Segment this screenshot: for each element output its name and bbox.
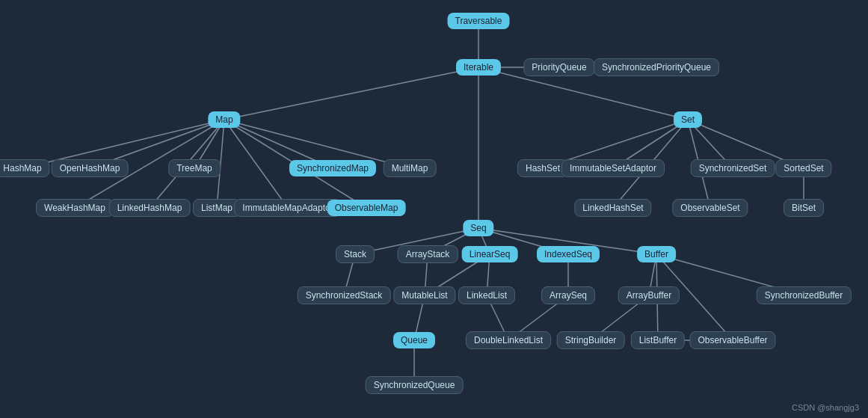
node-synchronizedpriorityqueue: SynchronizedPriorityQueue (594, 58, 719, 76)
node-linkedhashmap: LinkedHashMap (109, 199, 191, 217)
node-map: Map (208, 111, 240, 128)
node-linearseq: LinearSeq (462, 246, 518, 262)
node-synchronizedbuffer: SynchronizedBuffer (757, 286, 852, 304)
node-stringbuilder: StringBuilder (557, 331, 625, 349)
svg-line-3 (224, 67, 478, 120)
node-doublelinkedlist: DoubleLinkedList (466, 331, 551, 349)
node-arraystack: ArrayStack (398, 245, 458, 263)
node-observablebuffer: ObservableBuffer (689, 331, 775, 349)
node-set: Set (674, 111, 702, 128)
node-treemap: TreeMap (168, 159, 221, 177)
node-openhashmap: OpenHashMap (52, 159, 129, 177)
node-priorityqueue: PriorityQueue (523, 58, 594, 76)
node-linkedlist: LinkedList (458, 286, 515, 304)
node-observablemap: ObservableMap (327, 200, 406, 216)
node-arrayseq: ArraySeq (541, 286, 595, 304)
node-mutablelist: MutableList (393, 286, 455, 304)
node-indexedseq: IndexedSeq (537, 246, 600, 262)
node-synchronizedstack: SynchronizedStack (298, 286, 391, 304)
node-buffer: Buffer (637, 246, 676, 262)
node-bitset: BitSet (784, 199, 824, 217)
node-traversable: Traversable (448, 13, 510, 29)
node-listbuffer: ListBuffer (631, 331, 685, 349)
node-multimap: MultiMap (384, 159, 437, 177)
watermark: CSDN @shangjg3 (792, 403, 859, 412)
node-seq: Seq (463, 220, 493, 236)
node-linkedhashset: LinkedHashSet (574, 199, 651, 217)
node-sortedset: SortedSet (775, 159, 831, 177)
node-queue: Queue (393, 332, 435, 348)
node-synchronizedset: SynchronizedSet (691, 159, 775, 177)
node-arraybuffer: ArrayBuffer (618, 286, 680, 304)
node-immutablesetadaptor: ImmutableSetAdaptor (561, 159, 665, 177)
node-weakhashmap: WeakHashMap (36, 199, 114, 217)
svg-line-14 (224, 120, 288, 208)
node-observableset: ObservableSet (672, 199, 748, 217)
node-immutablemapadaptor: ImmutableMapAdaptor (234, 199, 341, 217)
node-synchronizedqueue: SynchronizedQueue (366, 376, 464, 394)
node-iterable: Iterable (456, 59, 501, 76)
node-synchronizedmap: SynchronizedMap (289, 160, 376, 176)
node-stack: Stack (336, 245, 375, 263)
node-hashmap: HashMap (0, 159, 50, 177)
node-hashset: HashSet (517, 159, 568, 177)
